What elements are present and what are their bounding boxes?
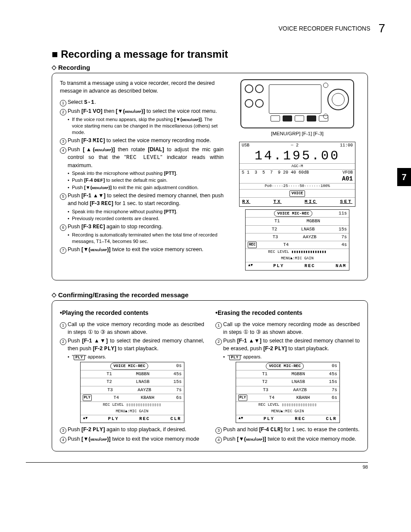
note-4c: •Push [▼(menu/grp)] to exit the mic gain… — [68, 184, 224, 191]
knob-icon — [255, 84, 264, 93]
erase-step-4: 4Push [▼(menu/grp)] twice to exit the vo… — [215, 435, 360, 443]
note-5a: •Speak into the microphone without pushi… — [68, 208, 224, 215]
subhead-confirm: ◇Confirming/Erasing the recorded message — [52, 291, 385, 299]
lcd-play: VOICE MIC-REC0s T1MGBBN45s T2LNASB15s T3… — [80, 362, 184, 423]
intro-text: To transmit a message using a voice reco… — [60, 79, 224, 95]
section-label: VOICE RECORDER FUNCTIONS — [278, 25, 370, 32]
led-icon — [323, 83, 328, 88]
lcd-voice-rec: VOICE MIC-REC11s T1MGBBN T2LNASB15s T3AA… — [245, 209, 349, 271]
led-icon — [323, 114, 328, 119]
step-2: 2Push [F-1 VO] then [▼(menu/grp)] to sel… — [60, 107, 224, 115]
playing-column: •Playing the recorded contents 1Call up … — [60, 307, 204, 444]
playing-head: •Playing the recorded contents — [60, 308, 204, 317]
recording-text-column: To transmit a message using a voice reco… — [60, 79, 224, 273]
button-icon — [283, 115, 292, 121]
dial-icon — [327, 89, 349, 110]
erasing-column: •Erasing the recoded contents 1Call up t… — [215, 307, 360, 444]
note-4b: •Push [F-4 DEF] to select the default mi… — [68, 177, 224, 184]
lcd-erase: VOICE MIC-REC0s T1MGBBN45s T2LNASB15s T3… — [236, 362, 340, 423]
button-icon — [295, 115, 304, 121]
step-5: 5Push [F-1 ▲▼] to select the desired mem… — [60, 192, 224, 208]
page-number: 98 — [26, 462, 368, 470]
play-note-2: •"PLY" appears. — [68, 354, 204, 360]
device-screen — [269, 84, 321, 114]
knob-icon — [255, 99, 264, 108]
page-title: ■ Recording a message for transmit — [52, 48, 385, 60]
lcd-main: USB⎓ 211:00 14.195.00 AGC-M S 1 3 5 7 9 … — [239, 142, 355, 207]
device-label: [MENU/GRP] [F-1] [F-3] — [235, 130, 360, 137]
note-4a: •Speak into the microphone without pushi… — [68, 170, 224, 177]
play-step-3: 3Push [F-2 PLY] again to stop playback, … — [60, 426, 204, 434]
step-1: 1Select S-1. — [60, 98, 224, 106]
erase-note-2: •"PLY" appears. — [223, 354, 360, 360]
note-5b: •Previously recorded contents are cleare… — [68, 215, 224, 222]
recording-figure-column: [MENU/GRP] [F-1] [F-3] USB⎓ 211:00 14.19… — [235, 79, 360, 273]
diamond-icon: ◇ — [52, 64, 56, 71]
step-3: 3Push [F-3 MIC] to select the voice memo… — [60, 137, 224, 145]
erase-step-2: 2Push [F-1 ▲▼] to select the desired mem… — [215, 337, 360, 353]
step-7: 7Push [▼(menu/grp)] twice to exit the vo… — [60, 246, 224, 254]
play-step-4: 4Push [▼(menu/grp)] twice to exit the vo… — [60, 435, 204, 443]
note-6: •Recording is automatically terminated w… — [68, 232, 224, 245]
note-2: •If the voice root menu appears, skip th… — [68, 116, 224, 136]
play-step-2: 2Push [F-1 ▲▼] to select the desired mem… — [60, 337, 204, 353]
erase-step-1: 1Call up the voice memory recording mode… — [215, 320, 360, 336]
page-header: VOICE RECORDER FUNCTIONS 7 — [26, 22, 385, 35]
erase-step-3: 3Push and hold [F-4 CLR] for 1 sec. to e… — [215, 426, 360, 434]
play-step-1: 1Call up the voice memory recording mode… — [60, 320, 204, 336]
knob-icon — [245, 84, 253, 93]
erasing-head: •Erasing the recoded contents — [215, 308, 360, 317]
recording-box: To transmit a message using a voice reco… — [52, 73, 368, 280]
radio-device-illustration — [240, 79, 354, 128]
diamond-icon: ◇ — [52, 291, 56, 298]
button-icon — [307, 115, 316, 121]
chapter-number: 7 — [378, 22, 385, 35]
knob-icon — [245, 99, 253, 108]
step-4: 4Push [▲(menu/grp)] then rotate [DIAL] t… — [60, 146, 224, 169]
subhead-recording: ◇Recording — [52, 64, 385, 71]
button-icon — [271, 115, 280, 121]
square-bullet-icon: ■ — [52, 48, 61, 60]
step-6: 6Push [F-3 REC] again to stop recording. — [60, 223, 224, 231]
side-tab: 7 — [397, 168, 411, 186]
confirm-erase-box: •Playing the recorded contents 1Call up … — [52, 300, 368, 451]
